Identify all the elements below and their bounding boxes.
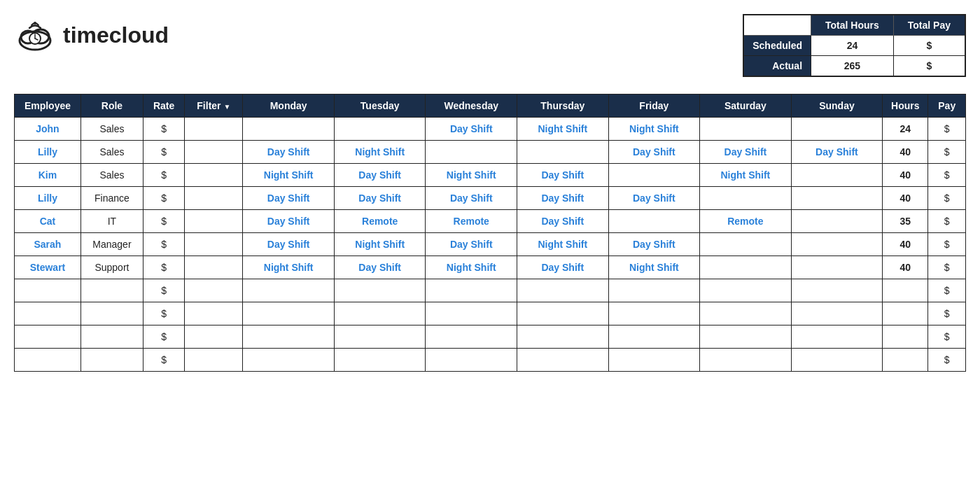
cell-friday[interactable]: Night Shift [608,118,700,141]
cell-tuesday[interactable] [334,326,426,349]
cell-sunday[interactable] [791,279,883,302]
cell-employee[interactable]: Cat [15,210,81,233]
cell-thursday[interactable] [517,141,609,164]
cell-monday[interactable]: Day Shift [243,141,335,164]
cell-wednesday[interactable] [426,279,517,302]
cell-filter[interactable] [185,326,243,349]
cell-tuesday[interactable] [334,279,426,302]
cell-thursday[interactable]: Day Shift [517,210,609,233]
cell-saturday[interactable]: Day Shift [700,141,792,164]
cell-thursday[interactable] [517,279,609,302]
cell-saturday[interactable] [700,349,792,372]
cell-saturday[interactable] [700,326,792,349]
cell-thursday[interactable] [517,326,609,349]
cell-tuesday[interactable]: Night Shift [334,233,426,256]
cell-friday[interactable] [608,164,700,187]
cell-employee[interactable]: Lilly [15,187,81,210]
cell-sunday[interactable] [791,302,883,326]
cell-thursday[interactable]: Day Shift [517,256,609,279]
cell-wednesday[interactable]: Day Shift [426,118,517,141]
cell-employee[interactable] [15,302,81,326]
cell-thursday[interactable] [517,349,609,372]
cell-filter[interactable] [185,164,243,187]
cell-employee[interactable]: Lilly [15,141,81,164]
cell-saturday[interactable] [700,302,792,326]
cell-saturday[interactable] [700,187,792,210]
cell-saturday[interactable]: Night Shift [700,164,792,187]
cell-wednesday[interactable] [426,141,517,164]
cell-sunday[interactable] [791,326,883,349]
cell-tuesday[interactable] [334,349,426,372]
cell-thursday[interactable]: Day Shift [517,164,609,187]
cell-thursday[interactable]: Day Shift [517,187,609,210]
cell-filter[interactable] [185,118,243,141]
cell-sunday[interactable] [791,164,883,187]
cell-monday[interactable] [243,118,335,141]
cell-thursday[interactable]: Night Shift [517,233,609,256]
cell-filter[interactable] [185,279,243,302]
cell-friday[interactable]: Day Shift [608,233,700,256]
cell-wednesday[interactable]: Remote [426,210,517,233]
cell-saturday[interactable] [700,233,792,256]
cell-filter[interactable] [185,210,243,233]
cell-tuesday[interactable]: Night Shift [334,141,426,164]
filter-dropdown-icon[interactable]: ▼ [223,103,230,111]
cell-tuesday[interactable] [334,118,426,141]
cell-monday[interactable]: Night Shift [243,164,335,187]
cell-filter[interactable] [185,233,243,256]
cell-employee[interactable] [15,349,81,372]
cell-wednesday[interactable]: Night Shift [426,164,517,187]
cell-thursday[interactable]: Night Shift [517,118,609,141]
cell-monday[interactable]: Day Shift [243,233,335,256]
cell-sunday[interactable] [791,210,883,233]
cell-tuesday[interactable]: Day Shift [334,256,426,279]
cell-friday[interactable]: Day Shift [608,141,700,164]
cell-friday[interactable] [608,349,700,372]
cell-monday[interactable] [243,326,335,349]
cell-wednesday[interactable] [426,326,517,349]
cell-friday[interactable] [608,326,700,349]
cell-wednesday[interactable]: Day Shift [426,233,517,256]
cell-tuesday[interactable]: Day Shift [334,187,426,210]
cell-friday[interactable] [608,302,700,326]
cell-sunday[interactable] [791,187,883,210]
cell-employee[interactable]: John [15,118,81,141]
cell-sunday[interactable] [791,349,883,372]
cell-wednesday[interactable] [426,302,517,326]
cell-monday[interactable]: Day Shift [243,210,335,233]
cell-tuesday[interactable]: Remote [334,210,426,233]
cell-employee[interactable]: Stewart [15,256,81,279]
cell-tuesday[interactable]: Day Shift [334,164,426,187]
cell-filter[interactable] [185,302,243,326]
cell-monday[interactable]: Night Shift [243,256,335,279]
cell-sunday[interactable] [791,118,883,141]
cell-sunday[interactable] [791,233,883,256]
cell-friday[interactable]: Night Shift [608,256,700,279]
cell-filter[interactable] [185,349,243,372]
cell-filter[interactable] [185,141,243,164]
cell-employee[interactable] [15,326,81,349]
cell-tuesday[interactable] [334,302,426,326]
cell-wednesday[interactable] [426,349,517,372]
cell-friday[interactable]: Day Shift [608,187,700,210]
cell-employee[interactable] [15,279,81,302]
cell-saturday[interactable] [700,256,792,279]
cell-sunday[interactable] [791,256,883,279]
cell-saturday[interactable]: Remote [700,210,792,233]
cell-monday[interactable] [243,349,335,372]
cell-wednesday[interactable]: Day Shift [426,187,517,210]
cell-thursday[interactable] [517,302,609,326]
cell-monday[interactable] [243,279,335,302]
cell-employee[interactable]: Sarah [15,233,81,256]
cell-saturday[interactable] [700,279,792,302]
cell-sunday[interactable]: Day Shift [791,141,883,164]
cell-filter[interactable] [185,187,243,210]
cell-wednesday[interactable]: Night Shift [426,256,517,279]
cell-monday[interactable]: Day Shift [243,187,335,210]
cell-friday[interactable] [608,210,700,233]
cell-friday[interactable] [608,279,700,302]
cell-monday[interactable] [243,302,335,326]
cell-saturday[interactable] [700,118,792,141]
cell-employee[interactable]: Kim [15,164,81,187]
cell-filter[interactable] [185,256,243,279]
